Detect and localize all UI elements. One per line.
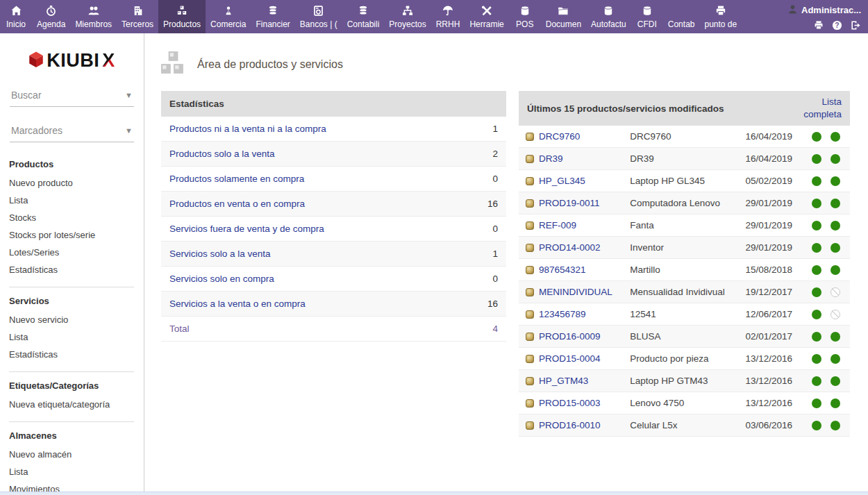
stats-total-link[interactable]: Total	[169, 324, 190, 334]
nav-item-productos[interactable]: Productos	[158, 0, 206, 33]
help-icon[interactable]: ?	[832, 20, 842, 31]
sidebar-item-nuevo-almac-n[interactable]: Nuevo almacén	[9, 446, 134, 463]
sidebar-section-title[interactable]: Etiquetas/Categorías	[9, 380, 134, 391]
nav-item-miembros[interactable]: Miembros	[70, 0, 117, 33]
status-buy-icon[interactable]	[831, 354, 840, 364]
status-sell-icon[interactable]	[812, 376, 821, 386]
sidebar-section-title[interactable]: Almacenes	[9, 430, 134, 441]
nav-item-herramie[interactable]: Herramie	[465, 0, 508, 33]
sidebar-item-estad-sticas[interactable]: Estadísticas	[9, 346, 134, 363]
sidebar-item-movimientos[interactable]: Movimientos	[9, 480, 134, 492]
product-code-link[interactable]: 123456789	[539, 309, 586, 319]
product-icon[interactable]	[526, 310, 534, 319]
stats-row-link[interactable]: Productos solamente en compra	[169, 174, 304, 184]
nav-item-terceros[interactable]: Terceros	[117, 0, 158, 33]
product-icon[interactable]	[526, 421, 534, 430]
nav-item-punto-de[interactable]: punto de	[699, 0, 742, 33]
product-code-link[interactable]: DRC9760	[539, 131, 580, 142]
sidebar-section-title[interactable]: Productos	[9, 159, 134, 169]
stats-row-link[interactable]: Servicios fuera de venta y de compra	[169, 224, 324, 234]
product-icon[interactable]	[526, 288, 534, 296]
status-buy-icon[interactable]	[831, 132, 840, 142]
nav-item-bancos[interactable]: Bancos | (	[295, 0, 342, 33]
stats-row-link[interactable]: Productos en venta o en compra	[169, 199, 305, 209]
product-code-link[interactable]: MENINDIVIDUAL	[539, 287, 612, 297]
product-icon[interactable]	[526, 199, 534, 208]
status-sell-icon[interactable]	[812, 132, 821, 142]
status-buy-icon[interactable]	[831, 421, 840, 430]
full-list-link[interactable]: Lista completa	[796, 96, 842, 121]
nav-item-pos[interactable]: POS	[509, 0, 541, 33]
product-code-link[interactable]: 987654321	[539, 265, 586, 275]
status-buy-icon[interactable]	[831, 287, 840, 297]
stats-row-link[interactable]: Servicios solo en compra	[169, 274, 274, 284]
sidebar-item-lista[interactable]: Lista	[9, 328, 134, 346]
nav-item-autofactu[interactable]: Autofactu	[586, 0, 631, 33]
product-icon[interactable]	[526, 399, 534, 408]
product-code-link[interactable]: PROD14-0002	[539, 242, 601, 253]
status-buy-icon[interactable]	[831, 398, 840, 408]
stats-row-link[interactable]: Productos solo a la venta	[169, 149, 275, 159]
nav-item-rrhh[interactable]: RRHH	[431, 0, 465, 33]
status-sell-icon[interactable]	[812, 265, 821, 275]
nav-item-contabili[interactable]: Contabili	[342, 0, 385, 33]
sidebar-item-lista[interactable]: Lista	[9, 192, 134, 209]
product-icon[interactable]	[526, 333, 534, 341]
product-icon[interactable]	[526, 221, 534, 230]
stats-row-link[interactable]: Servicios a la venta o en compra	[169, 299, 306, 309]
status-sell-icon[interactable]	[812, 287, 821, 297]
product-code-link[interactable]: HP_GTM43	[539, 376, 588, 386]
product-icon[interactable]	[526, 155, 534, 163]
product-icon[interactable]	[526, 377, 534, 385]
horizontal-scrollbar[interactable]	[0, 492, 868, 495]
product-code-link[interactable]: HP_GL345	[539, 176, 585, 186]
stats-row-link[interactable]: Servicios solo a la venta	[169, 249, 271, 259]
nav-item-agenda[interactable]: Agenda	[32, 0, 70, 33]
status-buy-icon[interactable]	[831, 154, 840, 164]
logout-icon[interactable]	[850, 20, 861, 31]
sidebar-section-title[interactable]: Servicios	[9, 296, 134, 306]
nav-item-contab[interactable]: Contab	[663, 0, 700, 33]
status-buy-icon[interactable]	[831, 376, 840, 386]
product-code-link[interactable]: REF-009	[539, 220, 576, 230]
nav-item-inicio[interactable]: Inicio	[0, 0, 32, 33]
status-sell-icon[interactable]	[812, 354, 821, 364]
sidebar-item-estad-sticas[interactable]: Estadísticas	[9, 261, 134, 278]
nav-item-cfdi[interactable]: CFDI	[631, 0, 663, 33]
status-sell-icon[interactable]	[812, 221, 821, 230]
product-icon[interactable]	[526, 266, 534, 274]
product-icon[interactable]	[526, 244, 534, 252]
status-sell-icon[interactable]	[812, 421, 821, 430]
print-icon[interactable]	[813, 20, 824, 31]
status-buy-icon[interactable]	[831, 176, 840, 186]
status-sell-icon[interactable]	[812, 243, 821, 253]
product-code-link[interactable]: DR39	[539, 153, 563, 164]
status-sell-icon[interactable]	[812, 398, 821, 408]
bookmarks-dropdown[interactable]: Marcadores ▼	[10, 121, 134, 142]
nav-item-documen[interactable]: Documen	[541, 0, 586, 33]
status-sell-icon[interactable]	[812, 176, 821, 186]
status-buy-icon[interactable]	[831, 332, 840, 342]
nav-item-proyectos[interactable]: Proyectos	[384, 0, 431, 33]
sidebar-item-lista[interactable]: Lista	[9, 463, 134, 480]
status-buy-icon[interactable]	[831, 265, 840, 275]
nav-item-comercia[interactable]: Comercia	[206, 0, 251, 33]
sidebar-item-nuevo-producto[interactable]: Nuevo producto	[9, 174, 134, 192]
product-code-link[interactable]: PROD16-0010	[539, 420, 601, 430]
sidebar-item-nueva-etiqueta-categor-a[interactable]: Nueva etiqueta/categoría	[9, 396, 134, 413]
status-buy-icon[interactable]	[831, 310, 840, 319]
status-sell-icon[interactable]	[812, 332, 821, 342]
product-code-link[interactable]: PROD15-0003	[539, 398, 601, 408]
sidebar-item-lotes-series[interactable]: Lotes/Series	[9, 244, 134, 261]
status-buy-icon[interactable]	[831, 243, 840, 253]
status-buy-icon[interactable]	[831, 199, 840, 208]
sidebar-item-stocks-por-lotes-serie[interactable]: Stocks por lotes/serie	[9, 226, 134, 244]
stats-row-link[interactable]: Productos ni a la venta ni a la compra	[169, 124, 326, 134]
product-icon[interactable]	[526, 133, 534, 141]
product-code-link[interactable]: PROD15-0004	[539, 353, 601, 364]
product-code-link[interactable]: PROD16-0009	[539, 331, 601, 342]
sidebar-item-stocks[interactable]: Stocks	[9, 209, 134, 226]
product-icon[interactable]	[526, 355, 534, 363]
nav-item-financier[interactable]: Financier	[251, 0, 294, 33]
status-buy-icon[interactable]	[831, 221, 840, 230]
